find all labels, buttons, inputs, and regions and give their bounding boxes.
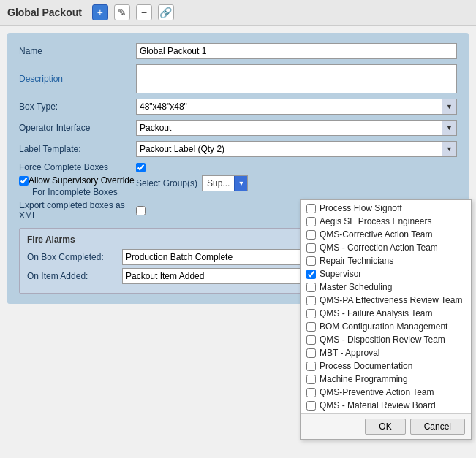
- dropdown-item-label: QMS-Corrective Action Team: [320, 229, 433, 240]
- box-type-row: Box Type: 48"x48"x48" 36"x36"x36" 24"x24…: [19, 99, 457, 115]
- force-complete-label: Force Complete Boxes: [19, 162, 136, 172]
- box-type-select-wrap: 48"x48"x48" 36"x36"x36" 24"x24"x24" ▼: [136, 99, 457, 115]
- force-complete-row: Force Complete Boxes: [19, 162, 457, 172]
- dropdown-item-label: Master Scheduling: [320, 282, 392, 292]
- allow-supervisory-row: Allow Supervisory Override: [19, 175, 136, 186]
- dropdown-list: Process Flow SignoffAegis SE Process Eng…: [301, 200, 471, 413]
- dropdown-item-checkbox[interactable]: [306, 322, 316, 332]
- dropdown-item-label: Aegis SE Process Engineers: [320, 216, 431, 226]
- dropdown-item-label: Repair Technicians: [320, 256, 393, 266]
- select-group-arrow-icon: ▼: [234, 176, 247, 191]
- dropdown-item-label: QMS - Correction Action Team: [320, 243, 438, 253]
- dropdown-item-checkbox[interactable]: [306, 375, 316, 384]
- dropdown-footer: OK Cancel: [301, 413, 471, 439]
- dropdown-item-checkbox[interactable]: [306, 256, 316, 266]
- box-type-label: Box Type:: [19, 102, 136, 112]
- override-labels: Allow Supervisory Override For Incomplet…: [19, 175, 136, 197]
- dropdown-item[interactable]: BOM Configuration Management: [301, 320, 471, 333]
- label-template-select-wrap: Packout Label (Qty 2) Standard Label Cus…: [136, 141, 457, 157]
- dropdown-item-checkbox[interactable]: [306, 335, 316, 345]
- dropdown-item-checkbox[interactable]: [306, 217, 316, 226]
- dropdown-item[interactable]: Process Flow Signoff: [301, 202, 471, 215]
- dropdown-item[interactable]: QMS-Corrective Action Team: [301, 228, 471, 241]
- operator-interface-select[interactable]: Packout Inspection Assembly: [136, 120, 457, 136]
- export-xml-checkbox[interactable]: [136, 206, 146, 215]
- dropdown-item-checkbox[interactable]: [306, 388, 316, 397]
- dropdown-item-checkbox[interactable]: [306, 243, 316, 253]
- name-row: Name: [19, 43, 457, 59]
- select-group-label: Select Group(s): [136, 178, 197, 188]
- description-row: Description: [19, 64, 457, 93]
- cancel-button[interactable]: Cancel: [410, 419, 465, 435]
- name-label: Name: [19, 46, 136, 56]
- dropdown-item-checkbox[interactable]: [306, 309, 316, 318]
- dropdown-overlay: Process Flow SignoffAegis SE Process Eng…: [300, 199, 472, 440]
- select-group-right: Select Group(s) Sup... ▼: [136, 175, 248, 191]
- edit-button[interactable]: ✎: [114, 4, 130, 20]
- dropdown-item-label: Supervisor: [320, 269, 361, 279]
- dropdown-item[interactable]: QMS-PA Effectiveness Review Team: [301, 294, 471, 307]
- force-complete-checkbox[interactable]: [136, 163, 146, 172]
- operator-interface-row: Operator Interface Packout Inspection As…: [19, 120, 457, 136]
- on-item-added-label: On Item Added:: [27, 271, 122, 281]
- dropdown-item[interactable]: QMS - Correction Action Team: [301, 241, 471, 254]
- dropdown-item[interactable]: Supervisor: [301, 267, 471, 280]
- dropdown-item-label: QMS - Failure Analysis Team: [320, 308, 433, 318]
- title-bar: Global Packout + ✎ − 🔗: [0, 0, 476, 26]
- dropdown-item[interactable]: MBT - Approval: [301, 346, 471, 359]
- dropdown-item[interactable]: Repair Technicians: [301, 254, 471, 267]
- operator-interface-label: Operator Interface: [19, 123, 136, 133]
- dropdown-item[interactable]: QMS - Material Review Board: [301, 399, 471, 412]
- dropdown-item-label: QMS - Disposition Review Team: [320, 335, 445, 345]
- on-box-completed-label: On Box Completed:: [27, 252, 122, 262]
- dropdown-item-label: BOM Configuration Management: [320, 321, 447, 332]
- dropdown-item-checkbox[interactable]: [306, 401, 316, 411]
- dropdown-item[interactable]: Process Documentation: [301, 359, 471, 373]
- dropdown-item-label: QMS - Material Review Board: [320, 400, 436, 411]
- dropdown-item[interactable]: Master Scheduling: [301, 280, 471, 294]
- remove-button[interactable]: −: [136, 4, 152, 20]
- label-template-label: Label Template:: [19, 144, 136, 154]
- description-label: Description: [19, 74, 136, 84]
- dropdown-item-checkbox[interactable]: [306, 270, 316, 279]
- export-xml-label: Export completed boxes as XML: [19, 200, 136, 221]
- box-type-select[interactable]: 48"x48"x48" 36"x36"x36" 24"x24"x24": [136, 99, 457, 115]
- description-input[interactable]: [136, 64, 457, 93]
- main-panel: Name Description Box Type: 48"x48"x48" 3…: [7, 33, 469, 304]
- select-group-button[interactable]: Sup... ▼: [202, 175, 248, 191]
- dropdown-item-checkbox[interactable]: [306, 204, 316, 213]
- dropdown-item-label: Process Flow Signoff: [320, 203, 402, 213]
- dropdown-item-checkbox[interactable]: [306, 283, 316, 292]
- supervisory-group-row: Allow Supervisory Override For Incomplet…: [19, 175, 457, 197]
- page-title: Global Packout: [7, 7, 82, 18]
- dropdown-item-checkbox[interactable]: [306, 296, 316, 305]
- dropdown-item-checkbox[interactable]: [306, 230, 316, 240]
- dropdown-item[interactable]: Machine Programming: [301, 373, 471, 386]
- operator-interface-select-wrap: Packout Inspection Assembly ▼: [136, 120, 457, 136]
- dropdown-item[interactable]: QMS-Preventive Action Team: [301, 386, 471, 399]
- dropdown-item[interactable]: QMS - Disposition Review Team: [301, 333, 471, 346]
- dropdown-item-label: MBT - Approval: [320, 348, 379, 358]
- ok-button[interactable]: OK: [365, 419, 405, 435]
- select-group-value: Sup...: [203, 178, 234, 188]
- dropdown-item-label: QMS-PA Effectiveness Review Team: [320, 295, 462, 305]
- dropdown-item-checkbox[interactable]: [306, 348, 316, 358]
- name-input[interactable]: [136, 43, 457, 59]
- label-template-select[interactable]: Packout Label (Qty 2) Standard Label Cus…: [136, 141, 457, 157]
- add-button[interactable]: +: [92, 4, 108, 20]
- dropdown-item[interactable]: Aegis SE Process Engineers: [301, 215, 471, 228]
- dropdown-item[interactable]: QMS - Failure Analysis Team: [301, 307, 471, 320]
- label-template-row: Label Template: Packout Label (Qty 2) St…: [19, 141, 457, 157]
- allow-supervisory-checkbox[interactable]: [19, 176, 29, 186]
- dropdown-item-label: QMS-Preventive Action Team: [320, 387, 434, 397]
- dropdown-item-checkbox[interactable]: [306, 362, 316, 371]
- dropdown-item-label: Process Documentation: [320, 361, 412, 371]
- link-button[interactable]: 🔗: [158, 4, 174, 20]
- for-incomplete-label: For Incomplete Boxes: [19, 187, 136, 197]
- allow-supervisory-label: Allow Supervisory Override: [29, 175, 135, 186]
- dropdown-item-label: Machine Programming: [320, 374, 408, 384]
